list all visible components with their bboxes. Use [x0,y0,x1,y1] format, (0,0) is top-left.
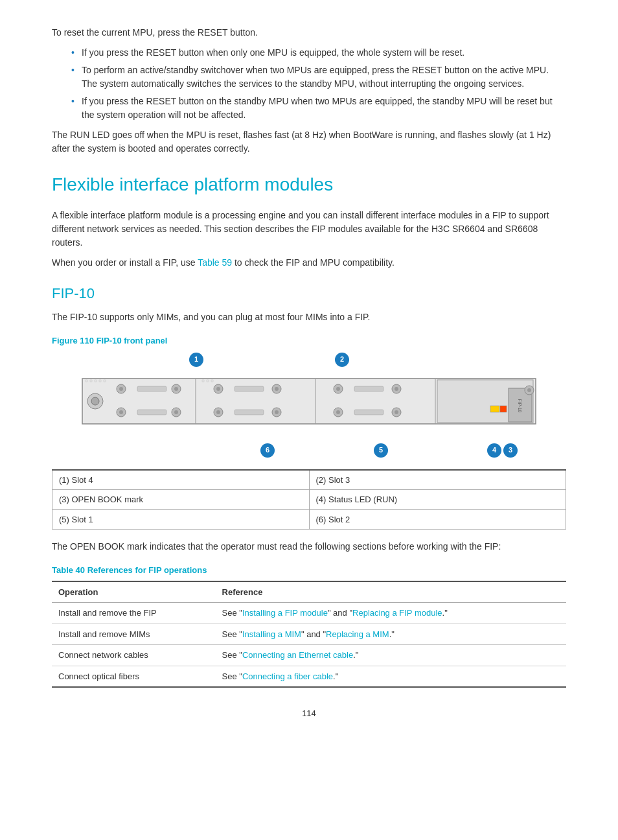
svg-rect-33 [354,410,383,415]
reference-cell: See "Installing a FIP module" and "Repla… [216,603,566,624]
callout-2: 2 [335,353,349,367]
svg-point-12 [119,410,123,414]
slot-cell: (2) Slot 3 [309,470,566,490]
section-intro-1: A flexible interface platform module is … [52,209,566,250]
svg-text:FIP-10: FIP-10 [518,399,522,412]
section-intro-2: When you order or install a FIP, use Tab… [52,256,566,270]
reference-cell: See "Connecting a fiber cable." [216,666,566,687]
svg-rect-38 [500,406,507,412]
table-row: (1) Slot 4 (2) Slot 3 [52,470,566,490]
fip10-desc: The FIP-10 supports only MIMs, and you c… [52,310,566,324]
operation-cell: Install and remove MIMs [52,624,216,645]
svg-rect-37 [490,406,499,412]
operation-cell: Connect optical fibers [52,666,216,687]
table-row: (5) Slot 1 (6) Slot 2 [52,509,566,530]
slot-cell: (1) Slot 4 [52,470,310,490]
col-reference: Reference [216,581,566,603]
svg-rect-13 [137,410,166,415]
svg-point-10 [174,387,178,391]
table-row: Connect optical fibers See "Connecting a… [52,666,566,687]
installing-fip-link[interactable]: Installing a FIP module [242,608,328,618]
svg-point-15 [174,410,178,414]
fiber-cable-link[interactable]: Connecting a fiber cable [242,671,333,681]
replacing-fip-link[interactable]: Replacing a FIP module [352,608,442,618]
table-row: Connect network cables See "Connecting a… [52,645,566,666]
bullet-2: To perform an active/standby switchover … [71,64,566,91]
reset-bullets: If you press the RESET button when only … [71,46,566,122]
page-number: 114 [52,707,566,720]
table-row: (3) OPEN BOOK mark (4) Status LED (RUN) [52,490,566,510]
svg-point-42 [527,388,531,392]
callout-4: 4 [487,443,501,458]
table-header-row: Operation Reference [52,581,566,603]
hardware-svg: FIP-10 [76,366,542,437]
slot-table: (1) Slot 4 (2) Slot 3 (3) OPEN BOOK mark… [52,469,566,530]
table-row: Install and remove MIMs See "Installing … [52,624,566,645]
fip10-diagram: 1 2 [76,353,542,469]
fip10-title: FIP-10 [52,283,566,304]
svg-point-20 [275,387,279,391]
operation-cell: Connect network cables [52,645,216,666]
svg-point-27 [336,387,340,391]
open-book-text: The OPEN BOOK mark indicates that the op… [52,540,566,554]
svg-point-35 [395,410,398,414]
installing-mim-link[interactable]: Installing a MIM [242,629,301,639]
bullet-3: If you press the RESET button on the sta… [71,95,566,122]
svg-point-30 [395,387,398,391]
figure-caption: Figure 110 FIP-10 front panel [52,334,566,347]
slot-cell: (5) Slot 1 [52,509,310,530]
replacing-mim-link[interactable]: Replacing a MIM [326,629,389,639]
svg-rect-28 [354,386,383,391]
svg-rect-18 [235,386,264,391]
col-operation: Operation [52,581,216,603]
table59-link[interactable]: Table 59 [198,257,232,268]
section-title: Flexible interface platform modules [52,171,566,198]
table40-caption: Table 40 References for FIP operations [52,564,566,577]
slot-cell: (4) Status LED (RUN) [309,490,566,510]
slot-cell: (3) OPEN BOOK mark [52,490,310,510]
svg-point-17 [216,387,220,391]
callout-3: 3 [503,443,518,458]
reference-table: Operation Reference Install and remove t… [52,581,566,688]
callout-1: 1 [189,353,203,367]
svg-point-22 [216,410,220,414]
callout-6: 6 [260,443,275,458]
svg-point-32 [336,410,340,414]
operation-cell: Install and remove the FIP [52,603,216,624]
svg-rect-23 [235,410,264,415]
table-row: Install and remove the FIP See "Installi… [52,603,566,624]
run-led-text: The RUN LED goes off when the MPU is res… [52,128,566,156]
svg-point-25 [275,410,279,414]
svg-rect-8 [137,386,166,391]
svg-point-2 [91,397,99,405]
svg-point-7 [119,387,123,391]
reference-cell: See "Installing a MIM" and "Replacing a … [216,624,566,645]
slot-cell: (6) Slot 2 [309,509,566,530]
ethernet-cable-link[interactable]: Connecting an Ethernet cable [242,650,353,660]
reference-cell: See "Connecting an Ethernet cable." [216,645,566,666]
bullet-1: If you press the RESET button when only … [71,46,566,60]
reset-intro: To reset the current MPU, press the RESE… [52,26,566,40]
callout-5: 5 [374,443,388,458]
